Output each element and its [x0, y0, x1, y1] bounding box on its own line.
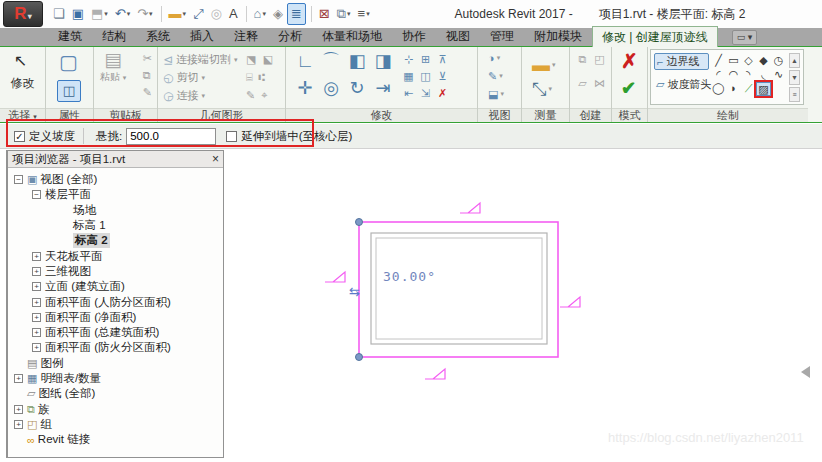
draw-partial-ellipse-icon[interactable]: ◗ — [726, 82, 741, 96]
redo-icon[interactable]: ↷▾ — [134, 4, 155, 24]
draw-inscribed-polygon-icon[interactable]: ◇ — [741, 54, 756, 68]
tab-管理[interactable]: 管理 — [480, 26, 524, 48]
array-icon[interactable]: ▦ — [400, 70, 417, 87]
tab-体量和场地[interactable]: 体量和场地 — [312, 26, 392, 48]
tree-item[interactable]: −楼层平面 — [8, 187, 223, 202]
match-properties-icon[interactable]: ✎ — [143, 86, 152, 99]
modify-button[interactable]: 修改 — [0, 75, 45, 92]
draw-arc-center-icon[interactable]: ◠ — [726, 68, 741, 82]
collapse-icon[interactable]: − — [32, 190, 41, 199]
define-slope-checkbox[interactable]: ✓ — [14, 131, 25, 142]
rotate-icon[interactable]: ↻ — [344, 78, 370, 105]
panel-label-select[interactable]: 选择 ▾ — [0, 108, 45, 122]
cope-button[interactable]: ⊴连接端切割▾ — [163, 52, 238, 67]
expand-icon[interactable]: + — [32, 313, 41, 322]
draw-circumscribed-polygon-icon[interactable]: ◆ — [756, 54, 771, 68]
drawing-area[interactable]: ⇆ 30.00° — [224, 149, 822, 462]
tree-item[interactable]: +⧉族 — [8, 401, 223, 416]
slope-triangle-bottom[interactable] — [425, 369, 445, 379]
create-group-icon[interactable]: ⧉ — [574, 53, 591, 77]
tag-icon[interactable]: ◎ — [208, 4, 225, 24]
collapse-icon[interactable]: − — [14, 175, 23, 184]
tab-视图[interactable]: 视图 — [436, 26, 480, 48]
pick-walls-icon[interactable]: ▨ — [756, 82, 771, 96]
move-icon[interactable]: ✛ — [292, 78, 318, 105]
split-gap-icon[interactable]: ⊞ — [417, 53, 434, 70]
tree-item[interactable]: +立面 (建筑立面) — [8, 279, 223, 294]
create-similar-icon[interactable]: ◰ — [591, 53, 608, 77]
slope-triangle-top[interactable] — [460, 203, 480, 213]
override-graphics-icon[interactable]: ✎▾ — [488, 70, 503, 82]
cancel-edit-mode-button[interactable]: ✗ — [621, 49, 638, 73]
close-hidden-windows-icon[interactable]: ⊠ — [316, 4, 333, 24]
tree-item[interactable]: +面积平面 (人防分区面积) — [8, 294, 223, 309]
draw-expand-icon[interactable]: ≡ — [789, 87, 800, 102]
join-geometry-button[interactable]: ◶连接▾ — [163, 88, 205, 103]
endpoint-handle-top[interactable] — [356, 219, 363, 226]
roof-sketch-boundary[interactable] — [359, 222, 558, 357]
split-face-icon[interactable]: ⑆ — [259, 71, 266, 84]
scale-icon[interactable]: ◫ — [417, 70, 434, 87]
cut-geometry-button[interactable]: ◵剪切▾ — [163, 70, 205, 85]
tree-item[interactable]: +面积平面 (防火分区面积) — [8, 340, 223, 355]
tree-item[interactable]: +面积平面 (净面积) — [8, 310, 223, 325]
text-icon[interactable]: A — [226, 4, 241, 24]
tree-item[interactable]: 场地 — [8, 203, 223, 218]
application-menu-button[interactable]: R▾ — [3, 1, 43, 27]
hide-icon[interactable]: ⬓▾ — [488, 88, 504, 100]
undo-icon[interactable]: ↶▾ — [112, 4, 133, 24]
sync-icon[interactable]: ⬒▾ — [88, 4, 111, 24]
type-properties-button[interactable]: ◫ — [57, 80, 81, 102]
copy-icon[interactable]: ◎ — [318, 78, 344, 105]
switch-windows-icon[interactable]: ⧉▾ — [334, 4, 354, 24]
draw-scroll-up-icon[interactable]: ▲ — [789, 53, 800, 68]
align-icon[interactable]: ∟ — [292, 51, 318, 78]
trim-corner-icon[interactable]: ⇤ — [400, 87, 417, 104]
extend-into-wall-checkbox[interactable] — [226, 131, 237, 142]
copy-icon[interactable]: ⧉ — [143, 69, 152, 82]
tab-结构[interactable]: 结构 — [92, 26, 136, 48]
expand-icon[interactable]: + — [14, 374, 23, 383]
aligned-dimension-icon[interactable]: ⤢ — [190, 4, 206, 24]
expand-icon[interactable]: + — [32, 343, 41, 352]
tree-item[interactable]: +三维视图 — [8, 264, 223, 279]
overhang-input[interactable] — [126, 128, 216, 145]
expand-icon[interactable]: + — [32, 328, 41, 337]
expand-icon[interactable]: + — [32, 282, 41, 291]
delete-icon[interactable]: ✗ — [434, 87, 451, 104]
tab-插入[interactable]: 插入 — [180, 26, 224, 48]
slope-angle-dimension[interactable]: 30.00° — [383, 269, 436, 284]
project-browser-header[interactable]: 项目浏览器 - 项目1.rvt × — [8, 151, 223, 168]
slope-arrow-button[interactable]: ▱ 坡度箭头 — [654, 76, 709, 93]
create-assembly-icon[interactable]: ▱ — [574, 77, 591, 101]
thin-lines-icon[interactable]: ≣ — [287, 3, 306, 25]
expand-icon[interactable]: + — [14, 420, 23, 429]
draw-ellipse-icon[interactable]: ◯ — [711, 82, 726, 96]
mirror-draw-icon[interactable]: ◨ — [370, 51, 396, 78]
mirror-axis-icon[interactable]: ◧ — [344, 51, 370, 78]
section-icon[interactable]: ◈ — [270, 4, 286, 24]
tab-系统[interactable]: 系统 — [136, 26, 180, 48]
nav-arrow-icon[interactable] — [801, 366, 810, 378]
offset-icon[interactable]: ⌒ — [318, 51, 344, 78]
split-element-icon[interactable]: ⊹ — [400, 53, 417, 70]
tab-注释[interactable]: 注释 — [224, 26, 268, 48]
paste-button[interactable]: ▤ 粘贴 ▾ — [100, 50, 126, 84]
tree-item[interactable]: 标高 1 — [8, 218, 223, 233]
draw-scroll-down-icon[interactable]: ▼ — [789, 70, 800, 85]
finish-edit-mode-button[interactable]: ✔ — [621, 77, 636, 99]
save-icon[interactable]: ▣ — [69, 4, 87, 24]
flip-arrows-control[interactable]: ⇆ — [349, 284, 360, 299]
open-icon[interactable]: ❏ — [50, 4, 68, 24]
pin-icon[interactable]: ⊼ — [434, 53, 451, 70]
create-parts-icon[interactable]: ⋈ — [591, 77, 608, 101]
temporary-hide-icon[interactable]: ◑▾ — [488, 52, 500, 64]
dimension-icon[interactable]: ⤡▾ — [532, 79, 552, 99]
minimize-ribbon-button[interactable]: ▭ ▾ — [732, 30, 758, 45]
tree-item[interactable]: +面积平面 (总建筑面积) — [8, 325, 223, 340]
draw-circle-icon[interactable]: ◷ — [771, 54, 786, 68]
cut-icon[interactable]: ✂ — [143, 52, 152, 65]
properties-palette-icon[interactable]: ▢ — [59, 50, 78, 74]
tab-分析[interactable]: 分析 — [268, 26, 312, 48]
endpoint-handle-bottom[interactable] — [356, 354, 363, 361]
